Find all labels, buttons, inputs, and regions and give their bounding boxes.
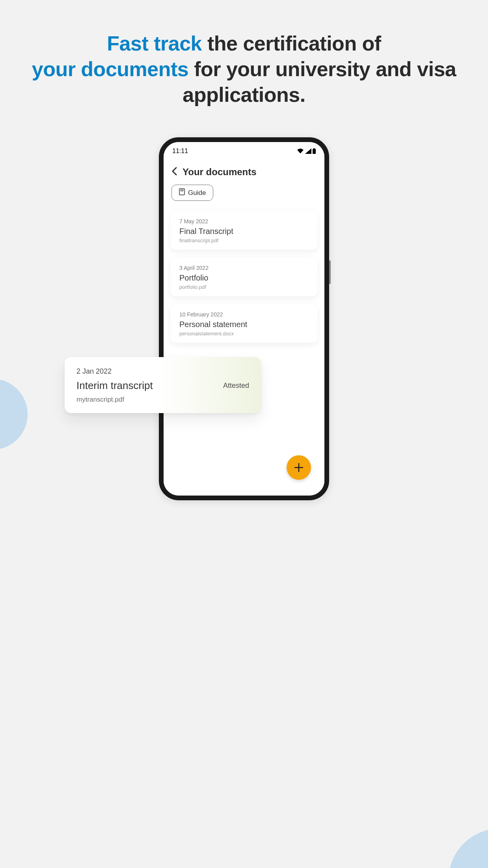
document-date: 10 February 2022 <box>179 311 309 318</box>
phone-screen: 11:11 Your documents <box>164 142 324 496</box>
phone-frame: 11:11 Your documents <box>159 137 329 500</box>
signal-icon <box>305 148 311 154</box>
svg-rect-0 <box>313 149 316 154</box>
document-title: Final Transcript <box>179 227 309 236</box>
back-icon[interactable] <box>171 167 177 177</box>
guide-button[interactable]: Guide <box>171 185 213 201</box>
document-filename: personalstatement.docx <box>179 331 309 337</box>
document-card-highlighted[interactable]: 2 Jan 2022 Interim transcript mytranscri… <box>65 357 261 413</box>
headline-accent-2: your documents <box>32 58 189 80</box>
screen-header: Your documents <box>171 163 317 185</box>
status-badge: Attested <box>223 382 249 390</box>
svg-rect-2 <box>179 189 184 195</box>
headline-text-1: the certification of <box>202 32 381 55</box>
document-card[interactable]: 3 April 2022 Portfolio portfolio.pdf <box>171 258 317 296</box>
plus-icon <box>294 462 304 473</box>
status-icons <box>297 148 316 154</box>
document-title: Personal statement <box>179 320 309 329</box>
wifi-icon <box>297 148 304 154</box>
page-title: Your documents <box>183 166 257 178</box>
document-date: 2 Jan 2022 <box>76 367 153 376</box>
document-icon <box>179 188 185 197</box>
headline-accent-1: Fast track <box>107 32 202 55</box>
document-date: 7 May 2022 <box>179 218 309 224</box>
svg-rect-1 <box>313 148 315 149</box>
document-card[interactable]: 10 February 2022 Personal statement pers… <box>171 304 317 343</box>
document-filename: portfolio.pdf <box>179 284 309 290</box>
status-bar: 11:11 <box>164 142 324 156</box>
add-document-button[interactable] <box>287 455 311 480</box>
document-filename: finaltranscript.pdf <box>179 238 309 243</box>
document-card[interactable]: 7 May 2022 Final Transcript finaltranscr… <box>171 211 317 250</box>
document-date: 3 April 2022 <box>179 265 309 271</box>
status-time: 11:11 <box>172 148 188 155</box>
document-title: Interim transcript <box>76 380 153 392</box>
marketing-headline: Fast track the certification of your doc… <box>0 31 488 108</box>
headline-text-2: for your university and visa application… <box>183 58 456 106</box>
decorative-circle-bottom <box>449 829 488 868</box>
svg-rect-3 <box>181 190 183 191</box>
battery-icon <box>313 148 316 154</box>
decorative-circle-left <box>0 379 28 450</box>
guide-label: Guide <box>188 189 206 197</box>
document-title: Portfolio <box>179 273 309 282</box>
document-filename: mytranscript.pdf <box>76 396 153 404</box>
